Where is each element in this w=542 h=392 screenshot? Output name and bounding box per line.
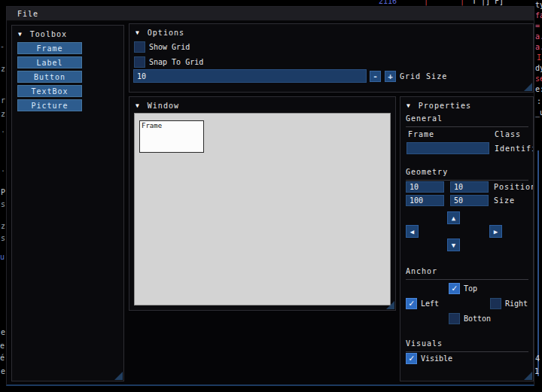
toolbox-button-frame[interactable]: Frame (17, 42, 82, 54)
anchor-top-checkbox[interactable]: ✓ Top (449, 283, 477, 294)
checkbox-box: ✓ (406, 298, 417, 309)
checkbox-box: ✓ (490, 298, 501, 309)
toolbox-button-label[interactable]: Label (17, 56, 82, 68)
frame-widget-label: Frame (142, 122, 162, 129)
toolbox-header[interactable]: ▼ Toolbox (18, 29, 67, 39)
options-header[interactable]: ▼ Options (136, 27, 184, 38)
checkbox-box: ✓ (406, 353, 417, 364)
collapse-icon: ▼ (406, 102, 411, 109)
bg-editor-text: fa (535, 11, 542, 20)
grid-size-label: Grid Size (400, 72, 447, 81)
bg-editor-text: · (1, 128, 5, 136)
bg-editor-text: T |] F] (472, 0, 504, 5)
geometry-section-label: Geometry (406, 168, 528, 181)
bg-editor-text: dy (535, 64, 542, 72)
bg-editor-text: a. (535, 43, 542, 51)
arrow-left-icon: ◀ (410, 228, 414, 236)
checkbox-label: Left (421, 299, 439, 308)
identifier-input[interactable] (406, 142, 489, 154)
properties-header[interactable]: ▼ Properties (406, 100, 471, 111)
toolbox-button-label: Label (36, 59, 62, 67)
design-window-title: Window (148, 102, 179, 110)
bg-editor-text: | (460, 0, 464, 5)
checkbox-box: ✓ (449, 313, 460, 324)
toolbox-button-button[interactable]: Button (17, 71, 82, 83)
bg-editor-text: e (1, 328, 5, 336)
position-label: Position (494, 183, 534, 191)
identifier-label: Identifier (495, 144, 534, 153)
anchor-section-label: Anchor (406, 267, 528, 280)
bg-editor-text: e (0, 342, 5, 350)
bg-editor-text: | (424, 0, 428, 5)
bg-editor-text: z (1, 110, 5, 118)
bg-editor-text: z (1, 65, 5, 73)
nudge-right-button[interactable]: ▶ (489, 225, 502, 238)
visible-checkbox[interactable]: ✓ Visible (406, 353, 452, 364)
app-window: File ▼ Toolbox Frame Label Button TextBo… (6, 6, 534, 386)
size-height-value: 50 (454, 196, 463, 205)
arrow-right-icon: ▶ (494, 228, 498, 236)
bg-editor-text: 4 (535, 354, 540, 363)
checkbox-label: Snap To Grid (149, 58, 203, 66)
bg-editor-text: e (1, 367, 5, 375)
design-canvas[interactable]: Frame (134, 113, 391, 305)
plus-icon: + (388, 71, 393, 81)
collapse-icon: ▼ (18, 31, 23, 38)
design-window-header[interactable]: ▼ Window (136, 100, 179, 111)
section-title: General (406, 114, 443, 123)
position-y-input[interactable]: 10 (450, 181, 489, 193)
design-window-panel: ▼ Window Frame (129, 96, 396, 311)
bg-editor-text: 2116 (379, 0, 397, 5)
bg-editor-text: 1 (534, 367, 539, 375)
bg-editor-text: é (0, 354, 5, 362)
resize-grip[interactable] (386, 301, 394, 309)
collapse-icon: ▼ (136, 29, 140, 36)
bg-editor-text: · (1, 167, 5, 175)
nudge-up-button[interactable]: ▲ (447, 211, 460, 224)
nudge-left-button[interactable]: ◀ (406, 225, 419, 238)
grid-size-decrement-button[interactable]: - (370, 71, 381, 82)
toolbox-button-picture[interactable]: Picture (17, 99, 82, 111)
minus-icon: - (373, 71, 378, 81)
frame-widget[interactable]: Frame (139, 120, 204, 153)
resize-grip[interactable] (524, 83, 532, 91)
options-panel: ▼ Options ✓ Show Grid ✓ Snap To Grid 10 … (129, 23, 534, 93)
anchor-right-checkbox[interactable]: ✓ Right (490, 298, 528, 309)
position-y-value: 10 (454, 183, 463, 191)
size-width-input[interactable]: 100 (406, 195, 444, 206)
section-title: Geometry (406, 168, 448, 176)
grid-size-value: 10 (137, 72, 146, 81)
checkbox-label: Botton (464, 315, 491, 323)
grid-size-input[interactable]: 10 (133, 69, 367, 83)
toolbox-button-label: Button (34, 73, 65, 81)
resize-grip[interactable] (524, 372, 532, 380)
checkbox-box: ✓ (134, 41, 145, 53)
bg-editor-text: z (1, 222, 5, 230)
bg-editor-text: u (0, 253, 5, 261)
grid-size-increment-button[interactable]: + (385, 71, 396, 82)
bg-editor-text: = (535, 22, 540, 30)
size-height-input[interactable]: 50 (450, 195, 489, 206)
bg-editor-artifact (537, 150, 539, 376)
general-section-label: General (406, 114, 528, 127)
toolbox-button-textbox[interactable]: TextBox (17, 85, 82, 97)
section-title: Visuals (406, 339, 443, 348)
anchor-bottom-checkbox[interactable]: ✓ Botton (449, 313, 491, 324)
bg-editor-text: : (537, 97, 541, 105)
check-icon: ✓ (409, 353, 414, 363)
arrow-down-icon: ▼ (452, 242, 455, 249)
checkbox-label: Show Grid (149, 43, 190, 51)
nudge-down-button[interactable]: ▼ (447, 239, 460, 251)
resize-grip[interactable] (114, 372, 123, 380)
bg-editor-text: a. (535, 32, 542, 41)
bg-editor-text: I (537, 53, 541, 62)
toolbox-panel: ▼ Toolbox Frame Label Button TextBox Pic… (11, 25, 124, 381)
snap-to-grid-checkbox[interactable]: ✓ Snap To Grid (134, 56, 203, 68)
menu-item-file[interactable]: File (17, 10, 38, 18)
position-x-value: 10 (410, 183, 419, 191)
collapse-icon: ▼ (136, 102, 140, 109)
position-x-input[interactable]: 10 (406, 181, 444, 193)
show-grid-checkbox[interactable]: ✓ Show Grid (134, 41, 190, 53)
anchor-left-checkbox[interactable]: ✓ Left (406, 298, 439, 309)
bg-editor-text: P (1, 188, 5, 196)
